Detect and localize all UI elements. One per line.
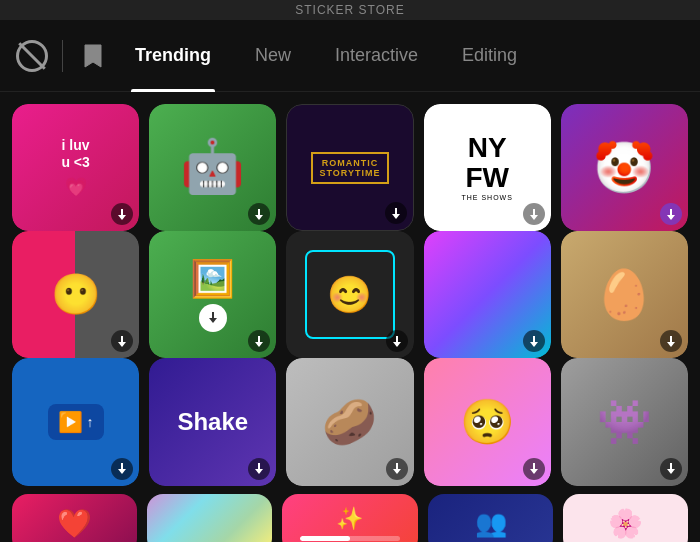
- list-item[interactable]: 🥚: [561, 231, 688, 358]
- list-item[interactable]: i luvu <3 💗: [12, 104, 139, 231]
- filter-sublabel: THE SHOWS: [462, 194, 513, 201]
- list-item[interactable]: 😊: [286, 231, 413, 358]
- download-badge[interactable]: [248, 203, 270, 225]
- list-item[interactable]: 👥: [428, 494, 553, 542]
- download-badge[interactable]: [660, 330, 682, 352]
- download-badge[interactable]: [523, 458, 545, 480]
- filter-grid-row3: ▶️ ↑ Shake 🥔 🥺: [0, 358, 700, 485]
- list-item[interactable]: 🖼️: [149, 231, 276, 358]
- tab-trending[interactable]: Trending: [113, 20, 233, 92]
- filter-label: NY: [468, 134, 507, 162]
- filter-grid-row1: i luvu <3 💗 🤖 ROMANTICSTORYTIME: [0, 92, 700, 231]
- list-item[interactable]: [147, 494, 272, 542]
- download-badge[interactable]: [111, 330, 133, 352]
- list-item[interactable]: NY FW THE SHOWS: [424, 104, 551, 231]
- filter-label: Shake: [177, 408, 248, 436]
- list-item[interactable]: 🥺: [424, 358, 551, 485]
- list-item[interactable]: 🌸: [563, 494, 688, 542]
- tab-new[interactable]: New: [233, 20, 313, 92]
- list-item[interactable]: ✨: [282, 494, 419, 542]
- nav-tabs: Trending New Interactive Editing: [113, 20, 688, 92]
- list-item[interactable]: ▶️ ↑: [12, 358, 139, 485]
- download-badge[interactable]: [386, 458, 408, 480]
- filter-label: ROMANTICSTORYTIME: [319, 158, 380, 178]
- top-bar-title: STICKER STORE: [295, 3, 404, 17]
- filter-label: i luvu <3: [61, 137, 89, 171]
- top-bar: STICKER STORE: [0, 0, 700, 20]
- bookmark-icon[interactable]: [73, 36, 113, 76]
- download-badge[interactable]: [660, 203, 682, 225]
- nav-bar: Trending New Interactive Editing: [0, 20, 700, 92]
- list-item[interactable]: 🤖: [149, 104, 276, 231]
- prohibited-icon[interactable]: [12, 36, 52, 76]
- download-badge[interactable]: [111, 458, 133, 480]
- list-item[interactable]: [424, 231, 551, 358]
- list-item[interactable]: Shake: [149, 358, 276, 485]
- tab-interactive[interactable]: Interactive: [313, 20, 440, 92]
- list-item[interactable]: 😶: [12, 231, 139, 358]
- filter-grid-row2: 😶 🖼️ 😊: [0, 231, 700, 358]
- list-item[interactable]: 🥔: [286, 358, 413, 485]
- download-badge[interactable]: [385, 202, 407, 224]
- download-badge[interactable]: [523, 330, 545, 352]
- download-badge[interactable]: [386, 330, 408, 352]
- download-badge[interactable]: [111, 203, 133, 225]
- list-item[interactable]: ❤️: [12, 494, 137, 542]
- filter-label: FW: [465, 164, 509, 192]
- list-item[interactable]: ROMANTICSTORYTIME: [286, 104, 413, 231]
- list-item[interactable]: 🤡: [561, 104, 688, 231]
- download-badge[interactable]: [248, 458, 270, 480]
- download-badge[interactable]: [523, 203, 545, 225]
- list-item[interactable]: 👾: [561, 358, 688, 485]
- download-badge[interactable]: [660, 458, 682, 480]
- nav-divider: [62, 40, 63, 72]
- tab-editing[interactable]: Editing: [440, 20, 539, 92]
